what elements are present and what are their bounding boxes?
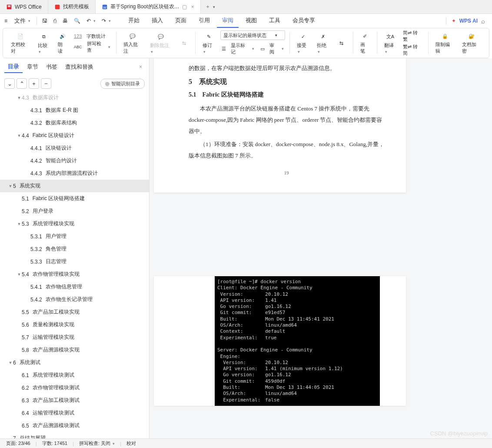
new-tab-button[interactable]: ＋ ▾: [201, 0, 219, 13]
expand-button[interactable]: ⌃: [17, 78, 27, 89]
collapse-button[interactable]: ⌄: [4, 78, 15, 89]
print-icon: 🖶: [63, 18, 68, 24]
toc-item[interactable]: 5.8农产品溯源模块实现: [0, 344, 149, 356]
close-icon[interactable]: ×: [191, 4, 194, 10]
preview-button[interactable]: 🔍: [71, 16, 83, 26]
toc-item[interactable]: 4.4.1区块链设计: [0, 142, 149, 154]
ribbon-tab-审阅[interactable]: 审阅: [217, 14, 239, 28]
compare-icon: ⧉: [40, 33, 48, 41]
toc-item[interactable]: 4.3.1数据库 E-R 图: [0, 104, 149, 117]
toc-item[interactable]: ▼5.3系统管理模块实现: [0, 217, 149, 230]
collapse-arrow-icon[interactable]: ▼: [17, 134, 22, 138]
hamburger-menu[interactable]: ≡: [2, 16, 10, 26]
ai-sparkle-icon: ✦: [452, 18, 456, 24]
toc-item[interactable]: 5.4.1农作物信息管理: [0, 281, 149, 293]
collapse-arrow-icon[interactable]: ▼: [8, 361, 13, 365]
insert-comment-button[interactable]: 💬插入批注: [121, 31, 145, 55]
word-count-indicator[interactable]: 字数: 17451: [40, 440, 70, 447]
toc-item[interactable]: 5.3.3日志管理: [0, 255, 149, 268]
toc-item[interactable]: ▼6系统测试: [0, 356, 149, 369]
export-button[interactable]: ⎙: [51, 16, 59, 26]
ribbon-tab-会员专享[interactable]: 会员专享: [287, 14, 320, 28]
encrypt-button[interactable]: 🔐文档加密: [459, 31, 484, 55]
ribbon-tab-插入[interactable]: 插入: [146, 14, 168, 28]
toc-item[interactable]: 4.3.2数据库表结构: [0, 117, 149, 129]
page-indicator[interactable]: 页面: 23/46: [3, 440, 33, 447]
add-toc-button[interactable]: +: [29, 78, 39, 89]
track-changes-button[interactable]: ✎修订▾: [200, 32, 218, 55]
word-doc-icon: W: [102, 4, 108, 10]
compare-button[interactable]: ⧉比较▾: [35, 32, 53, 55]
print-button[interactable]: 🖶: [60, 16, 70, 26]
spell-check-button[interactable]: ABC 拼写检查▾: [73, 40, 112, 54]
ribbon-tab-视图[interactable]: 视图: [240, 14, 262, 28]
toc-item[interactable]: 6.4运输管理模块测试: [0, 407, 149, 419]
toc-item[interactable]: 5.3.2角色管理: [0, 243, 149, 255]
toc-item[interactable]: 4.4.2智能合约设计: [0, 154, 149, 167]
toc-item[interactable]: 5.2用户登录: [0, 205, 149, 217]
ribbon-tab-页面[interactable]: 页面: [170, 14, 192, 28]
ribbon-toolbar: 📄文档校对 ⧉比较▾ 🔊朗读 123 字数统计 ABC 拼写检查▾ 💬插入批注 …: [3, 28, 489, 58]
toc-item[interactable]: 5.7运输管理模块实现: [0, 331, 149, 344]
app-tab-document[interactable]: W 基于Spring Boot的区块链农… ▢ ×: [96, 0, 201, 13]
ai-button[interactable]: WPS AI: [459, 18, 478, 24]
toc-item[interactable]: 6.5农产品溯源模块测试: [0, 419, 149, 432]
search-icon[interactable]: ⌕: [481, 17, 485, 25]
doc-proofing-button[interactable]: 📄文档校对: [8, 31, 33, 55]
restrict-editing-button[interactable]: 🔒限制编辑: [433, 31, 457, 55]
spell-check-indicator[interactable]: 拼写检查: 关闭▾: [76, 440, 117, 447]
ribbon-tab-工具[interactable]: 工具: [264, 14, 286, 28]
collapse-arrow-icon[interactable]: ▼: [17, 272, 22, 277]
sidebar-tab[interactable]: 目录: [4, 61, 23, 73]
sidebar-tab[interactable]: 书签: [43, 61, 61, 73]
template-icon: [54, 4, 60, 10]
toc-item[interactable]: 5.6质量检测模块实现: [0, 318, 149, 331]
proofing-indicator[interactable]: 校对: [124, 440, 139, 447]
toc-item[interactable]: 4.4.3系统内部溯源流程设计: [0, 167, 149, 180]
toc-item[interactable]: ▼5.4农作物管理模块实现: [0, 268, 149, 281]
to-traditional-button[interactable]: 简⇌ 转繁: [402, 29, 424, 43]
toc-item[interactable]: ▼4.4Fabric 区块链设计: [0, 129, 149, 142]
show-markup-button[interactable]: ☰ 显示标记▾: [220, 42, 256, 56]
toc-item[interactable]: 6.1系统管理模块测试: [0, 369, 149, 381]
read-aloud-button[interactable]: 🔊朗读: [55, 31, 70, 55]
word-count-button[interactable]: 123 字数统计: [73, 33, 112, 40]
app-tab-template[interactable]: 找稻壳模板: [48, 0, 96, 13]
toc-item[interactable]: 5.5农产品加工模块实现: [0, 306, 149, 318]
review-pane-button[interactable]: ▭ 审阅▾: [259, 42, 285, 56]
heading-2: 5.1 Fabric 区块链网络搭建: [189, 91, 384, 99]
collapse-arrow-icon[interactable]: ▼: [17, 96, 22, 100]
smart-toc-button[interactable]: ◎智能识别目录: [100, 79, 145, 89]
toc-item[interactable]: 6.3农产品加工模块测试: [0, 394, 149, 407]
ribbon-tab-引用[interactable]: 引用: [193, 14, 215, 28]
redo-button[interactable]: ↷▾: [99, 16, 113, 26]
toc-item[interactable]: 5.1Fabric 区块链网络搭建: [0, 192, 149, 205]
toc-item[interactable]: ▼4.3数据库设计: [0, 91, 149, 104]
toc-item[interactable]: ▼5系统实现: [0, 180, 149, 192]
monitor-icon[interactable]: ▢: [182, 4, 187, 10]
save-button[interactable]: 🖫: [40, 16, 50, 26]
close-sidebar-button[interactable]: ×: [136, 64, 145, 70]
pen-button[interactable]: ✐画笔: [358, 31, 372, 55]
ribbon-tab-开始[interactable]: 开始: [123, 14, 145, 28]
toc-item[interactable]: 5.4.2农作物生长记录管理: [0, 293, 149, 306]
chevron-down-icon[interactable]: ▾: [213, 5, 215, 9]
toc-item[interactable]: 5.3.1用户管理: [0, 230, 149, 243]
toc-item[interactable]: 7总结与展望: [0, 432, 149, 438]
accept-button[interactable]: ✓接受▾: [294, 32, 312, 55]
to-simplified-button[interactable]: 繁⇌ 转简: [402, 43, 424, 57]
collapse-arrow-icon[interactable]: ▼: [17, 222, 22, 226]
file-menu[interactable]: 文件▾: [11, 15, 34, 27]
collapse-arrow-icon[interactable]: ▼: [8, 184, 13, 188]
sidebar-tab[interactable]: 查找和替换: [62, 61, 97, 73]
undo-button[interactable]: ↶▾: [84, 16, 98, 26]
translate-button[interactable]: 文A翻译▾: [382, 32, 399, 55]
change-nav-button[interactable]: ⇆: [335, 38, 349, 48]
remove-toc-button[interactable]: −: [41, 78, 51, 89]
toc-item[interactable]: 6.2农作物管理模块测试: [0, 381, 149, 394]
sidebar-tab[interactable]: 章节: [23, 61, 42, 73]
document-canvas[interactable]: H1 ⋮⋮ 的数据，在客户端把数据处理后即可展示农产品溯源信息。 5 系统实现 …: [150, 58, 492, 438]
markup-display-combo[interactable]: 显示标记的最终状态▾: [220, 30, 285, 40]
reject-button[interactable]: ✗拒绝▾: [314, 32, 332, 55]
app-tab-wps[interactable]: WPS Office: [0, 0, 48, 13]
